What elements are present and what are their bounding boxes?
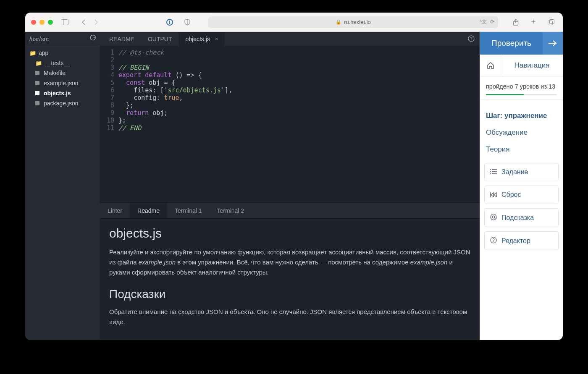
progress-text: пройдено 7 уроков из 13 — [486, 83, 555, 90]
svg-rect-0 — [61, 19, 68, 25]
lifebuoy-icon — [490, 214, 497, 222]
svg-line-21 — [495, 218, 496, 220]
next-button[interactable] — [543, 32, 563, 55]
link-step-exercise[interactable]: Шаг: упражнение — [486, 107, 557, 124]
minimize-window-button[interactable] — [39, 20, 45, 25]
readme-paragraph: Реализуйте и экспортируйте по умолчанию … — [109, 247, 470, 277]
rewind-icon — [490, 191, 497, 199]
close-window-button[interactable] — [31, 20, 36, 25]
svg-rect-5 — [548, 21, 553, 25]
btab-linter[interactable]: Linter — [100, 203, 130, 218]
progress-section: пройдено 7 уроков из 13 — [480, 76, 563, 100]
home-button[interactable] — [480, 55, 501, 76]
new-tab-icon[interactable]: + — [528, 17, 539, 27]
list-icon — [490, 169, 497, 176]
forward-button[interactable] — [91, 17, 102, 27]
tab-output[interactable]: OUTPUT — [141, 32, 179, 46]
browser-window: 🔒 ru.hexlet.io ᴬ文 ⟳ + /usr/src — [25, 13, 563, 340]
btab-readme[interactable]: Readme — [130, 203, 167, 218]
action-task[interactable]: Задание — [484, 163, 559, 181]
file-explorer-header: /usr/src — [25, 32, 100, 46]
bottom-panel-tabs: Linter Readme Terminal 1 Terminal 2 — [100, 202, 480, 218]
url-text: ru.hexlet.io — [344, 19, 371, 25]
tabs-overview-icon[interactable] — [545, 17, 557, 27]
action-hint[interactable]: Подсказка — [484, 208, 559, 227]
btab-terminal1[interactable]: Terminal 1 — [167, 203, 210, 218]
svg-rect-3 — [169, 21, 170, 24]
file-icon — [35, 71, 39, 75]
sidebar-toggle-icon[interactable] — [59, 17, 71, 27]
svg-line-18 — [491, 215, 493, 216]
file-icon — [35, 91, 39, 95]
file-explorer: /usr/src 📁 app 📁 __tests__ Makefile — [25, 32, 100, 340]
svg-text:?: ? — [470, 37, 472, 41]
folder-icon: 📁 — [29, 50, 36, 56]
lock-icon: 🔒 — [336, 19, 341, 25]
file-makefile[interactable]: Makefile — [25, 68, 100, 78]
tab-objects-js[interactable]: objects.js × — [178, 32, 225, 46]
svg-rect-6 — [550, 19, 554, 24]
file-example-json[interactable]: example.json — [25, 78, 100, 88]
lesson-panel: Проверить Навигация пройдено 7 уроков из… — [480, 32, 563, 340]
readme-title: objects.js — [109, 226, 470, 241]
link-discussion[interactable]: Обсуждение — [486, 124, 557, 141]
translate-icon[interactable]: ᴬ文 — [480, 18, 487, 26]
tab-readme[interactable]: README — [102, 32, 141, 46]
maximize-window-button[interactable] — [48, 20, 53, 25]
file-icon — [35, 101, 39, 105]
privacy-shield-icon[interactable] — [181, 17, 193, 27]
navigation-button[interactable]: Навигация — [501, 55, 563, 76]
refresh-icon[interactable] — [90, 35, 96, 42]
action-editor[interactable]: ? Редактор — [484, 231, 559, 250]
readme-panel: objects.js Реализуйте и экспортируйте по… — [100, 218, 480, 340]
file-objects-js[interactable]: objects.js — [25, 88, 100, 98]
file-icon — [35, 81, 39, 85]
svg-line-20 — [491, 218, 493, 220]
btab-terminal2[interactable]: Terminal 2 — [210, 203, 252, 218]
svg-line-19 — [495, 215, 496, 216]
folder-icon: 📁 — [35, 60, 42, 66]
reload-icon[interactable]: ⟳ — [490, 18, 495, 26]
back-button[interactable] — [78, 17, 89, 27]
editor-area: README OUTPUT objects.js × ? 1// @ts-che… — [100, 32, 480, 340]
editor-tabs: README OUTPUT objects.js × ? — [100, 32, 480, 46]
url-bar[interactable]: 🔒 ru.hexlet.io ᴬ文 ⟳ — [208, 16, 498, 28]
check-button[interactable]: Проверить — [480, 32, 543, 55]
progress-bar — [486, 94, 557, 95]
close-tab-icon[interactable]: × — [215, 36, 218, 42]
code-editor[interactable]: 1// @ts-check23// BEGIN4export default (… — [100, 46, 480, 202]
lesson-links: Шаг: упражнение Обсуждение Теория — [480, 100, 563, 161]
lesson-actions: Задание Сброс Подсказка ? — [480, 161, 563, 252]
folder-tests[interactable]: 📁 __tests__ — [25, 58, 100, 68]
file-tree: 📁 app 📁 __tests__ Makefile example.json — [25, 46, 100, 110]
svg-point-17 — [492, 216, 495, 218]
share-icon[interactable] — [510, 17, 522, 27]
action-reset[interactable]: Сброс — [484, 186, 559, 204]
help-circle-icon: ? — [490, 237, 497, 245]
file-package-json[interactable]: package.json — [25, 98, 100, 108]
window-controls — [31, 20, 53, 25]
help-icon[interactable]: ? — [468, 35, 475, 43]
titlebar: 🔒 ru.hexlet.io ᴬ文 ⟳ + — [25, 13, 563, 32]
folder-app[interactable]: 📁 app — [25, 48, 100, 58]
readme-hint: Обратите внимание на сходство JSON и объ… — [109, 307, 470, 327]
svg-text:?: ? — [492, 238, 495, 243]
readme-hints-title: Подсказки — [109, 288, 470, 301]
extension-1password-icon[interactable] — [164, 17, 176, 27]
cwd-path: /usr/src — [29, 36, 49, 42]
nav-arrows — [78, 17, 102, 27]
link-theory[interactable]: Теория — [486, 141, 557, 158]
